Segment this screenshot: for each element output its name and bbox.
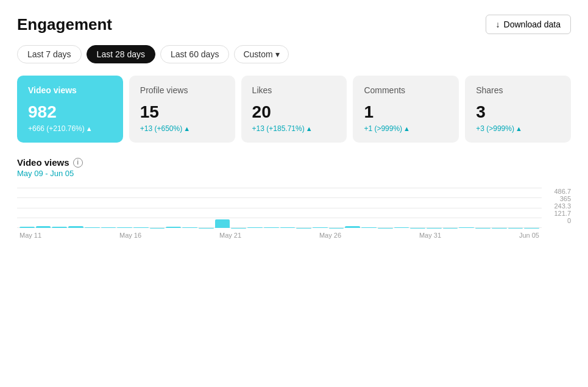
- bar: [19, 227, 35, 228]
- bars-container: [17, 188, 542, 228]
- bar: [182, 227, 197, 228]
- bar: [36, 226, 51, 228]
- filter-custom[interactable]: Custom ▾: [234, 45, 288, 63]
- x-axis-label: Jun 05: [519, 232, 539, 239]
- up-arrow-icon: ▲: [86, 125, 93, 132]
- bar: [133, 227, 149, 228]
- chart-wrapper: May 11May 16May 21May 26May 31Jun 05 486…: [17, 188, 571, 239]
- chart-main: May 11May 16May 21May 26May 31Jun 05: [17, 188, 542, 239]
- page-header: Engagement ↓ Download data: [17, 15, 571, 34]
- metric-label: Profile views: [140, 85, 224, 95]
- metric-change: +666 (+210.76%) ▲: [28, 124, 112, 133]
- metric-card-video-views[interactable]: Video views 982 +666 (+210.76%) ▲: [17, 76, 123, 143]
- x-axis: May 11May 16May 21May 26May 31Jun 05: [17, 228, 542, 239]
- y-axis: 486.7365243.3121.70: [542, 188, 571, 239]
- x-axis-label: May 21: [219, 232, 241, 239]
- custom-label: Custom: [243, 49, 272, 59]
- x-axis-label: May 11: [19, 232, 41, 239]
- bar: [85, 227, 100, 228]
- metric-change: +1 (>999%) ▲: [364, 124, 448, 133]
- x-axis-label: May 26: [319, 232, 341, 239]
- metric-value: 982: [28, 102, 112, 122]
- page-title: Engagement: [17, 15, 112, 34]
- y-axis-label: 121.7: [554, 210, 571, 217]
- metric-change: +13 (+185.71%) ▲: [252, 124, 336, 133]
- bar: [361, 227, 377, 228]
- up-arrow-icon: ▲: [403, 125, 410, 132]
- metric-label: Shares: [476, 85, 560, 95]
- metric-change: +3 (>999%) ▲: [476, 124, 560, 133]
- metric-value: 15: [140, 102, 224, 122]
- metric-card-comments[interactable]: Comments 1 +1 (>999%) ▲: [353, 76, 459, 143]
- filter-last28[interactable]: Last 28 days: [87, 45, 155, 63]
- download-button[interactable]: ↓ Download data: [486, 15, 571, 34]
- filter-last7[interactable]: Last 7 days: [17, 45, 82, 63]
- x-axis-label: May 16: [119, 232, 141, 239]
- bar: [101, 227, 116, 228]
- bar: [68, 226, 83, 228]
- y-axis-label: 365: [560, 195, 571, 202]
- y-axis-label: 486.7: [554, 188, 571, 195]
- chart-date-range: May 09 - Jun 05: [17, 169, 571, 178]
- bar: [247, 227, 263, 228]
- chart-title-label: Video views: [17, 157, 69, 168]
- metric-label: Comments: [364, 85, 448, 95]
- bar: [215, 219, 230, 228]
- metric-value: 1: [364, 102, 448, 122]
- metric-card-shares[interactable]: Shares 3 +3 (>999%) ▲: [465, 76, 571, 143]
- bar: [166, 227, 181, 228]
- metric-card-profile-views[interactable]: Profile views 15 +13 (+650%) ▲: [129, 76, 235, 143]
- chart-title-row: Video views i: [17, 157, 571, 168]
- metric-card-likes[interactable]: Likes 20 +13 (+185.71%) ▲: [241, 76, 347, 143]
- filter-row: Last 7 days Last 28 days Last 60 days Cu…: [17, 45, 571, 63]
- metric-change: +13 (+650%) ▲: [140, 124, 224, 133]
- metric-value: 3: [476, 102, 560, 122]
- chevron-down-icon: ▾: [275, 49, 280, 59]
- bar: [313, 227, 328, 228]
- bar: [394, 227, 409, 228]
- download-icon: ↓: [496, 20, 500, 29]
- chart-section: Video views i May 09 - Jun 05 May 11May …: [17, 157, 571, 239]
- bar: [52, 227, 67, 228]
- bars: [17, 188, 542, 228]
- bar: [117, 227, 132, 228]
- metric-label: Likes: [252, 85, 336, 95]
- metric-cards: Video views 982 +666 (+210.76%) ▲ Profil…: [17, 76, 571, 143]
- metric-value: 20: [252, 102, 336, 122]
- download-label: Download data: [504, 20, 561, 29]
- metric-label: Video views: [28, 85, 112, 95]
- x-axis-label: May 31: [419, 232, 441, 239]
- up-arrow-icon: ▲: [306, 125, 313, 132]
- bar: [264, 227, 279, 228]
- y-axis-label: 243.3: [554, 202, 571, 210]
- filter-last60[interactable]: Last 60 days: [160, 45, 229, 63]
- up-arrow-icon: ▲: [183, 125, 190, 132]
- bar: [280, 227, 296, 228]
- bar: [345, 226, 360, 228]
- info-icon[interactable]: i: [73, 158, 83, 168]
- up-arrow-icon: ▲: [515, 125, 522, 132]
- y-axis-label: 0: [567, 217, 571, 224]
- bar: [459, 227, 474, 228]
